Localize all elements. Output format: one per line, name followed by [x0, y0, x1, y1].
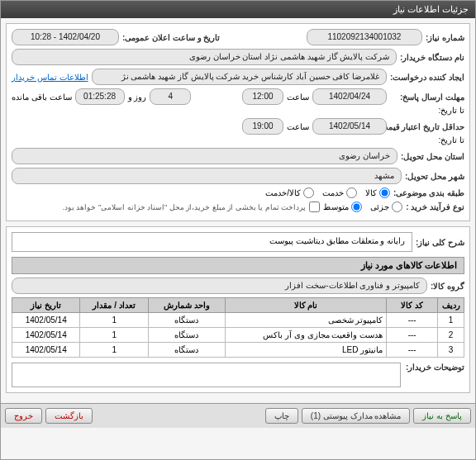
need-details-window: جزئیات اطلاعات نیاز شماره نیاز: 11020921… [0, 0, 476, 460]
summary-box: رایانه و متعلقات مطابق دیتاشیت پیوست [12, 232, 412, 252]
content-area: شماره نیاز: 1102092134001032 تاریخ و ساع… [1, 18, 475, 403]
window-titlebar: جزئیات اطلاعات نیاز [1, 1, 475, 18]
items-table: ردیف کد کالا نام کالا واحد شمارش تعداد /… [12, 297, 464, 358]
footer-toolbar: پاسخ به نیاز مشاهده مدارک پیوستی (1) چاپ… [1, 403, 475, 428]
province-value: خراسان رضوی [12, 148, 397, 164]
respond-button[interactable]: پاسخ به نیاز [413, 408, 471, 424]
deadline-date: 1402/04/24 [312, 88, 387, 105]
to-date-label-1: تا تاریخ: [390, 106, 464, 115]
radio-kala-input[interactable] [379, 187, 390, 198]
print-button[interactable]: چاپ [265, 408, 298, 424]
cell-code: --- [387, 313, 438, 328]
buyer-org-value: شرکت پالایش گاز شهید هاشمی نژاد استان خر… [12, 49, 397, 65]
radio-khadamat-input[interactable] [346, 187, 357, 198]
time-label-1: ساعت [287, 92, 309, 102]
announce-label: تاریخ و ساعت اعلان عمومی: [122, 33, 220, 42]
radio-small-input[interactable] [392, 202, 402, 212]
back-button[interactable]: بازگشت [45, 408, 93, 424]
buyer-notes-label: توضیحات خریدار: [406, 363, 464, 372]
radio-both-input[interactable] [303, 187, 314, 198]
announce-value: 1402/04/20 - 10:28 [12, 29, 119, 45]
purchase-type-label: نوع فرآیند خرید : [406, 202, 464, 211]
buyer-notes-box [12, 363, 401, 387]
category-radio-group: کالا خدمت کالا/خدمت [265, 187, 390, 198]
deadline-time: 12:00 [242, 88, 283, 105]
validity-time: 19:00 [242, 118, 283, 135]
cell-unit: دستگاه [148, 328, 225, 343]
radio-medium[interactable]: متوسط [323, 202, 362, 212]
cell-qty: 1 [80, 328, 148, 343]
contact-info-link[interactable]: اطلاعات تماس خریدار [12, 73, 88, 82]
cell-code: --- [387, 343, 438, 358]
radio-small[interactable]: جزئی [370, 202, 402, 212]
cell-name: هدست واقعیت مجازی وی آر باکس [225, 328, 387, 343]
radio-khadamat[interactable]: خدمت [322, 187, 357, 198]
validity-date: 1402/05/14 [312, 118, 387, 135]
table-row[interactable]: 1---کامپیوتر شخصیدستگاه11402/05/14 [12, 313, 464, 328]
th-name: نام کالا [225, 298, 387, 313]
requester-label: ایجاد کننده درخواست: [390, 73, 464, 82]
cell-date: 1402/05/14 [12, 313, 80, 328]
remaining-label: ساعت باقی مانده [12, 92, 72, 102]
items-block: شرح کلی نیاز: رایانه و متعلقات مطابق دیت… [6, 226, 470, 393]
countdown: 01:25:28 [75, 88, 125, 105]
cell-date: 1402/05/14 [12, 343, 80, 358]
treasury-checkbox[interactable] [309, 202, 320, 212]
summary-label: شرح کلی نیاز: [416, 238, 464, 247]
cell-qty: 1 [80, 313, 148, 328]
need-number-value: 1102092134001032 [307, 29, 422, 45]
day-label: روز و [128, 92, 147, 102]
th-code: کد کالا [387, 298, 438, 313]
radio-kala[interactable]: کالا [365, 187, 390, 198]
table-row[interactable]: 3---مانیتور LEDدستگاه11402/05/14 [12, 343, 464, 358]
cell-code: --- [387, 328, 438, 343]
purchase-type-radio-group: جزئی متوسط [323, 202, 402, 212]
requester-value: غلامرضا کافی حسین آباد کارشناس خرید شرکت… [92, 69, 388, 85]
need-number-label: شماره نیاز: [426, 33, 464, 42]
group-value: کامپیوتر و فناوری اطلاعات-سخت افزار [12, 277, 427, 294]
header-form-block: شماره نیاز: 1102092134001032 تاریخ و ساع… [6, 23, 470, 221]
th-date: تاریخ نیاز [12, 298, 80, 313]
city-label: شهر محل تحویل: [405, 172, 464, 181]
th-row: ردیف [438, 298, 464, 313]
attachments-button[interactable]: مشاهده مدارک پیوستی (1) [302, 408, 411, 424]
to-date-label-2: تا تاریخ: [390, 135, 464, 145]
time-label-2: ساعت [287, 122, 309, 131]
deadline-label: مهلت ارسال پاسخ: [390, 92, 464, 102]
city-value: مشهد [12, 168, 402, 184]
table-header-row: ردیف کد کالا نام کالا واحد شمارش تعداد /… [12, 298, 464, 313]
cell-row: 3 [438, 343, 464, 358]
th-qty: تعداد / مقدار [80, 298, 148, 313]
cell-row: 2 [438, 328, 464, 343]
cell-name: مانیتور LED [225, 343, 387, 358]
table-row[interactable]: 2---هدست واقعیت مجازی وی آر باکسدستگاه11… [12, 328, 464, 343]
exit-button[interactable]: خروج [5, 408, 42, 424]
treasury-note: پرداخت تمام یا بخشی از مبلغ خرید،از محل … [62, 203, 306, 211]
cell-unit: دستگاه [148, 313, 225, 328]
cell-row: 1 [438, 313, 464, 328]
cell-unit: دستگاه [148, 343, 225, 358]
buyer-org-label: نام دستگاه خریدار: [400, 53, 464, 62]
radio-medium-input[interactable] [351, 202, 362, 212]
category-label: طبقه بندی موضوعی: [393, 188, 464, 197]
days-left: 4 [150, 88, 191, 105]
group-label: گروه کالا: [431, 282, 464, 291]
cell-name: کامپیوتر شخصی [225, 313, 387, 328]
cell-qty: 1 [80, 343, 148, 358]
window-title: جزئیات اطلاعات نیاز [393, 4, 469, 14]
validity-label: حداقل تاریخ اعتبار قیمت: [390, 122, 464, 131]
items-section-header: اطلاعات کالاهای مورد نیاز [12, 257, 464, 274]
th-unit: واحد شمارش [148, 298, 225, 313]
radio-both[interactable]: کالا/خدمت [265, 187, 314, 198]
province-label: استان محل تحویل: [401, 152, 464, 161]
cell-date: 1402/05/14 [12, 328, 80, 343]
treasury-checkbox-input[interactable] [309, 202, 320, 212]
